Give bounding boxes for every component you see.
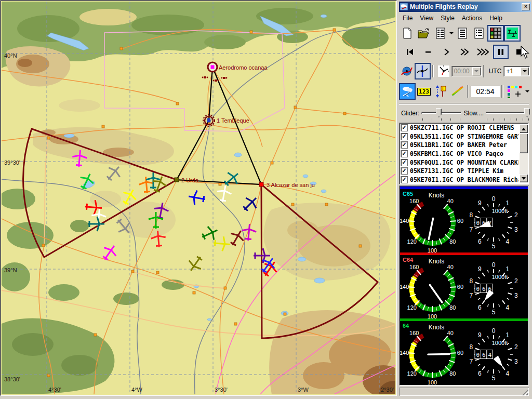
flight-list-item[interactable]: ✓05KE70I1.IGC OP BLACKMORE Richa	[400, 176, 518, 184]
svg-text:4: 4	[488, 352, 491, 358]
instrument-panel-3[interactable]: 64 406080100120140160Knots01234567891000…	[400, 318, 528, 384]
svg-text:1000ft: 1000ft	[492, 340, 508, 346]
svg-text:100: 100	[428, 379, 437, 384]
svg-text:120: 120	[407, 304, 417, 311]
flight-list-item[interactable]: ✓05KE7131.IGC OP TIPPLE Kim	[400, 167, 518, 176]
svg-text:3: 3	[514, 292, 518, 299]
separator	[432, 65, 434, 77]
svg-text:40: 40	[447, 264, 454, 270]
toolbar-display: 123 II 02:54	[399, 81, 530, 102]
menu-help[interactable]: Help	[486, 14, 506, 23]
waypoint-label: 3 Alcazar de san ju	[267, 182, 315, 188]
flight-checkbox[interactable]: ✓	[401, 150, 408, 157]
pause-button[interactable]	[493, 45, 509, 59]
svg-text:160: 160	[409, 330, 419, 336]
combo-button[interactable]	[472, 67, 481, 75]
svg-text:1: 1	[506, 331, 509, 339]
svg-text:60: 60	[457, 218, 463, 224]
svg-text:Knots: Knots	[429, 192, 445, 199]
slider-row: Glider: Slow....	[399, 105, 530, 124]
combo-button[interactable]	[521, 67, 529, 75]
slider-thumb[interactable]	[524, 108, 530, 117]
menu-view[interactable]: View	[416, 14, 437, 23]
palette-dropdown-arrow[interactable]	[525, 90, 530, 92]
flight-checkbox[interactable]: ✓	[401, 159, 408, 166]
svg-text:0: 0	[492, 327, 496, 335]
svg-text:100: 100	[428, 247, 437, 252]
svg-text:0: 0	[492, 261, 496, 269]
scroll-up-button[interactable]	[520, 125, 528, 133]
globe-track-button[interactable]	[399, 63, 415, 79]
instrument-panel-2[interactable]: C64 406080100120140160Knots0123456789100…	[400, 252, 528, 318]
slider-thumb[interactable]	[436, 108, 442, 117]
flight-checkbox[interactable]: ✓	[401, 167, 408, 175]
instrument-grid-button[interactable]	[487, 25, 504, 42]
barogram-button[interactable]	[504, 25, 521, 42]
fastest-forward-button[interactable]	[475, 45, 490, 59]
flight-list[interactable]: ✓05KZC711.IGC OP ROOJI CLEMENS✓05KL3511.…	[399, 123, 529, 184]
resize-grip[interactable]	[522, 389, 528, 395]
map-canvas[interactable]: 40°N 39°30' 39°N 38°30' 4°30' 4°W 3°30' …	[2, 2, 395, 394]
flight-checkbox[interactable]: ✓	[401, 124, 408, 131]
replay-speed-slider[interactable]	[486, 108, 530, 121]
flight-checkbox[interactable]: ✓	[401, 141, 408, 149]
scrollbar-thumb[interactable]	[520, 134, 528, 153]
flight-list-item[interactable]: ✓05KL3511.IGC OP STINGEMORE GARY	[400, 132, 518, 141]
flight-list-dropdown-button[interactable]	[432, 25, 449, 42]
lat-label: 39°N	[4, 267, 17, 273]
svg-text:0: 0	[492, 195, 496, 203]
colored-track-button[interactable]	[449, 83, 466, 100]
flight-checkbox[interactable]: ✓	[401, 176, 408, 183]
menu-file[interactable]: File	[399, 14, 416, 23]
svg-text:120: 120	[407, 370, 417, 377]
open-file-icon	[418, 28, 430, 39]
flight-checkbox[interactable]: ✓	[401, 133, 408, 140]
menu-style[interactable]: Style	[437, 14, 458, 23]
scroll-down-button[interactable]	[520, 174, 528, 182]
menu-actions[interactable]: Actions	[458, 14, 486, 23]
toolbar-time: 00:00 UTC +1	[399, 61, 530, 81]
new-file-button[interactable]	[399, 25, 416, 42]
step-back-button[interactable]	[420, 45, 436, 59]
mouse-cursor	[521, 46, 531, 59]
fast-forward-button[interactable]	[457, 45, 472, 59]
flight-list-item[interactable]: ✓05KL1BR1.IGC OP BAKER Peter	[400, 141, 518, 150]
play-button[interactable]	[438, 45, 454, 59]
colored-track-icon	[450, 85, 464, 98]
close-button[interactable]: ×	[522, 3, 530, 10]
slider-ticks	[487, 118, 529, 121]
palette-button[interactable]	[505, 83, 525, 100]
app-window: { "window": { "title": "Multiple Flights…	[0, 0, 532, 399]
numbers-icon: 123	[417, 88, 431, 96]
utc-offset-combo[interactable]: +1	[503, 66, 530, 76]
start-time-value: 00:00	[451, 68, 472, 75]
separator	[399, 103, 529, 105]
clock-button[interactable]	[435, 63, 451, 79]
open-file-button[interactable]	[416, 25, 432, 42]
start-time-combo[interactable]: 00:00	[451, 66, 482, 76]
vertical-line-button[interactable]	[415, 63, 430, 79]
waypoint-label: 2 Urda	[181, 177, 199, 183]
status-bar	[399, 388, 529, 396]
numbers-button[interactable]: 123	[416, 83, 432, 100]
svg-text:160: 160	[409, 264, 419, 270]
flight-details-button[interactable]	[471, 25, 487, 42]
flight-list-item[interactable]: ✓05KZC711.IGC OP ROOJI CLEMENS	[400, 124, 518, 132]
app-icon	[400, 3, 408, 10]
flight-list-item[interactable]: ✓05KFBMC1.IGC OP VICO Paqco	[400, 150, 518, 158]
skip-start-button[interactable]	[402, 45, 418, 59]
svg-text:6: 6	[478, 304, 482, 311]
flight-label: 05KL1BR1.IGC OP BAKER Peter	[410, 141, 507, 149]
fastest-forward-icon	[476, 47, 489, 57]
altitude-scale-button[interactable]: II	[432, 83, 449, 100]
weather-glider-button[interactable]	[399, 83, 416, 100]
flight-list-dropdown-arrow[interactable]	[449, 32, 454, 34]
fast-forward-icon	[459, 47, 470, 57]
instrument-panel-1[interactable]: C65 406080100120140160Knots0123456789100…	[400, 187, 528, 252]
glider-size-slider[interactable]	[421, 108, 461, 121]
flight-list-item[interactable]: ✓05KF0QU1.IGC OP MOUNTAIN CLARKE	[400, 158, 518, 167]
flight-list-scrollbar[interactable]	[520, 125, 528, 182]
flight-list-button[interactable]	[454, 25, 471, 42]
gauge-cluster: 406080100120140160Knots01234567891000ft0…	[400, 255, 528, 318]
svg-text:1: 1	[506, 200, 509, 207]
